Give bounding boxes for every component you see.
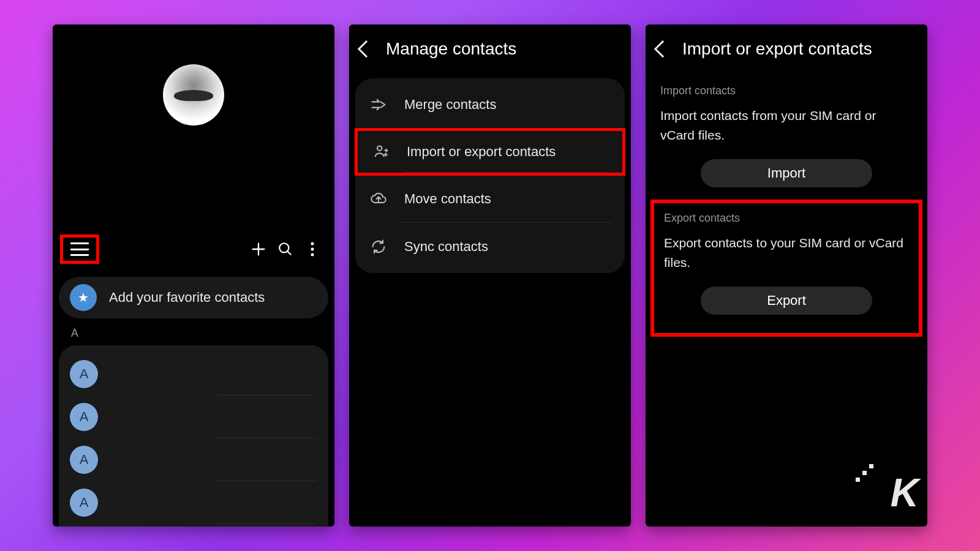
- svg-point-3: [311, 253, 314, 257]
- cloud-upload-icon: [370, 190, 387, 208]
- menu-item-merge[interactable]: Merge contacts: [355, 81, 625, 129]
- menu-item-import-export[interactable]: Import or export contacts: [355, 128, 625, 176]
- import-description: Import contacts from your SIM card or vC…: [660, 106, 913, 144]
- watermark-logo: K: [891, 470, 916, 515]
- more-icon[interactable]: [299, 236, 326, 263]
- list-item[interactable]: A: [59, 395, 328, 438]
- merge-icon: [370, 96, 387, 113]
- list-item[interactable]: A: [59, 481, 328, 524]
- highlight-box-menu: [60, 234, 99, 264]
- import-export-header: Import or export contacts: [646, 24, 927, 73]
- export-section-title: Export contacts: [664, 212, 909, 225]
- svg-point-2: [311, 248, 314, 251]
- contacts-toolbar: [53, 230, 334, 269]
- contact-avatar: A: [70, 446, 98, 474]
- import-section: Import contacts Import contacts from you…: [646, 84, 927, 187]
- menu-item-move[interactable]: Move contacts: [355, 175, 625, 223]
- menu-label: Sync contacts: [404, 239, 488, 255]
- list-item[interactable]: A: [59, 353, 328, 395]
- svg-point-4: [377, 146, 382, 150]
- menu-item-sync[interactable]: Sync contacts: [355, 223, 625, 271]
- person-transfer-icon: [372, 143, 390, 160]
- page-title: Import or export contacts: [682, 39, 872, 59]
- profile-area: [53, 24, 334, 126]
- favorites-label: Add your favorite contacts: [109, 290, 265, 305]
- add-icon[interactable]: [245, 236, 272, 263]
- star-icon: ★: [70, 284, 97, 311]
- menu-label: Import or export contacts: [407, 144, 556, 160]
- menu-icon[interactable]: [70, 242, 89, 256]
- section-header-a: A: [71, 327, 78, 340]
- contact-list[interactable]: A A A A: [59, 345, 328, 527]
- svg-point-1: [311, 242, 314, 246]
- import-export-screen: Import or export contacts Import contact…: [646, 24, 927, 527]
- contacts-home-screen: ★ Add your favorite contacts A A A A A: [53, 24, 334, 527]
- contact-avatar: A: [70, 403, 98, 431]
- back-icon[interactable]: [654, 40, 671, 58]
- logo-dots: [858, 464, 873, 480]
- highlight-box-export: Export contacts Export contacts to your …: [650, 200, 922, 337]
- profile-avatar[interactable]: [163, 64, 224, 126]
- search-icon[interactable]: [272, 236, 299, 263]
- sync-icon: [370, 238, 387, 255]
- export-description: Export contacts to your SIM card or vCar…: [664, 233, 909, 272]
- manage-menu: Merge contacts Import or export contacts…: [355, 78, 625, 273]
- menu-label: Move contacts: [404, 191, 491, 207]
- manage-header: Manage contacts: [349, 24, 631, 73]
- manage-contacts-screen: Manage contacts Merge contacts Import or…: [349, 24, 631, 527]
- favorites-prompt[interactable]: ★ Add your favorite contacts: [59, 277, 328, 318]
- contact-avatar: A: [70, 360, 98, 388]
- back-icon[interactable]: [358, 40, 375, 58]
- contact-avatar: A: [70, 489, 98, 517]
- import-button[interactable]: Import: [701, 159, 872, 187]
- list-item[interactable]: A: [59, 438, 328, 481]
- export-button[interactable]: Export: [701, 287, 872, 315]
- page-title: Manage contacts: [386, 39, 516, 59]
- menu-label: Merge contacts: [404, 97, 496, 113]
- import-section-title: Import contacts: [660, 84, 913, 97]
